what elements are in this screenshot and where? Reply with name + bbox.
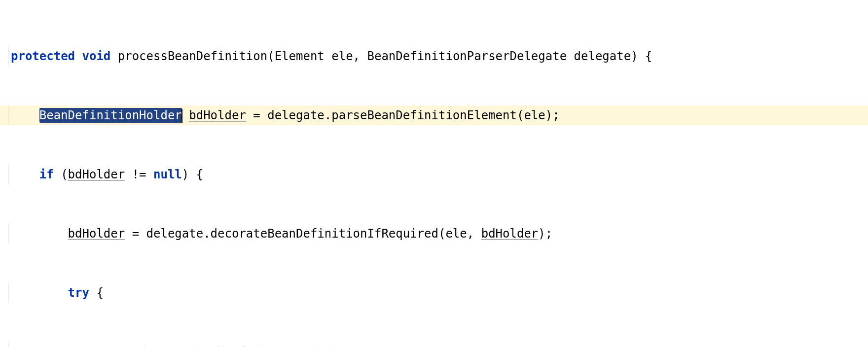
method-name: processBeanDefinition <box>118 49 267 63</box>
code-line[interactable]: protected void processBeanDefinition(Ele… <box>0 46 868 66</box>
keyword-void: void <box>82 49 111 63</box>
method-call: decorateBeanDefinitionIfRequired <box>211 227 438 241</box>
identifier: delegate <box>146 227 204 241</box>
gutter <box>0 224 9 243</box>
arg: bdHolder <box>481 227 539 241</box>
keyword-null: null <box>153 168 182 181</box>
code-line[interactable]: if (bdHolder != null) { <box>0 165 868 184</box>
code-line[interactable]: try { <box>0 283 868 303</box>
gutter <box>0 46 9 66</box>
code-line[interactable]: bdHolder = delegate.decorateBeanDefiniti… <box>0 224 868 243</box>
arg: ele <box>524 108 545 122</box>
selected-text[interactable]: BeanDefinitionHolder <box>39 108 182 123</box>
keyword-try: try <box>68 286 89 300</box>
gutter <box>0 105 9 125</box>
gutter <box>0 283 9 303</box>
code-line[interactable]: // Register the final decorated instance… <box>0 342 868 347</box>
param-type: BeanDefinitionParserDelegate <box>367 49 567 63</box>
method-call: parseBeanDefinitionElement <box>331 108 517 122</box>
variable: bdHolder <box>68 168 125 181</box>
param-name: ele <box>331 49 353 63</box>
variable: bdHolder <box>68 227 125 241</box>
keyword-protected: protected <box>11 49 75 63</box>
keyword-if: if <box>39 168 54 181</box>
arg: ele <box>445 227 467 241</box>
code-editor[interactable]: protected void processBeanDefinition(Ele… <box>0 0 868 347</box>
variable: bdHolder <box>189 108 246 122</box>
gutter <box>0 165 9 184</box>
gutter <box>0 342 9 347</box>
param-type: Element <box>275 49 325 63</box>
param-name: delegate <box>574 49 631 63</box>
text-caret <box>181 109 182 123</box>
identifier: delegate <box>267 108 325 122</box>
code-line-highlighted[interactable]: BeanDefinitionHolder bdHolder = delegate… <box>0 105 868 125</box>
comment: // Register the final decorated instance… <box>96 345 388 347</box>
